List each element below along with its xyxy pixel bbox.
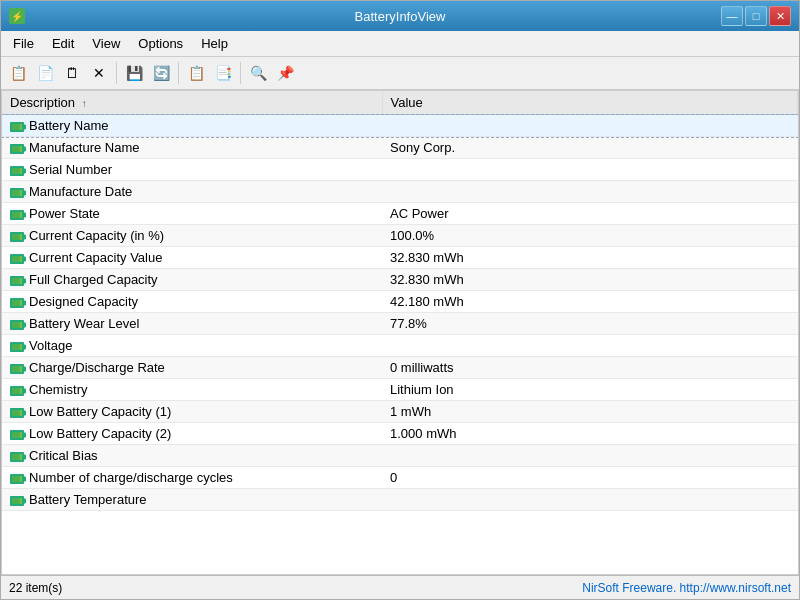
col-header-description[interactable]: Description ↑ [2,91,382,115]
value-cell: Lithium Ion [382,379,798,401]
battery-icon [10,496,24,506]
col-header-value[interactable]: Value [382,91,798,115]
battery-icon [10,254,24,264]
value-cell [382,489,798,511]
table-row[interactable]: Designed Capacity42.180 mWh [2,291,798,313]
desc-cell: Battery Wear Level [2,313,382,335]
desc-cell: Designed Capacity [2,291,382,313]
desc-text: Current Capacity (in %) [29,228,164,243]
main-window: ⚡ BatteryInfoView — □ ✕ FileEditViewOpti… [0,0,800,600]
title-bar-left: ⚡ [9,8,25,24]
properties-btn[interactable]: 📋 [5,60,31,86]
html-report-btn[interactable]: 🗒 [59,60,85,86]
table-row[interactable]: Battery Wear Level77.8% [2,313,798,335]
desc-text: Battery Wear Level [29,316,139,331]
app-icon: ⚡ [9,8,25,24]
sep2 [178,62,179,84]
content-area: Description ↑ Value Battery NameManufact… [1,90,799,575]
value-cell [382,159,798,181]
table-row[interactable]: Critical Bias [2,445,798,467]
save-btn[interactable]: 💾 [121,60,147,86]
table-row[interactable]: Charge/Discharge Rate0 milliwatts [2,357,798,379]
value-cell: Sony Corp. [382,137,798,159]
value-cell [382,445,798,467]
desc-cell: Current Capacity Value [2,247,382,269]
table-row[interactable]: Full Charged Capacity32.830 mWh [2,269,798,291]
value-cell: 1.000 mWh [382,423,798,445]
desc-text: Battery Temperature [29,492,147,507]
desc-text: Voltage [29,338,72,353]
battery-icon [10,232,24,242]
desc-text: Power State [29,206,100,221]
table-row[interactable]: Power StateAC Power [2,203,798,225]
close-button[interactable]: ✕ [769,6,791,26]
table-container[interactable]: Description ↑ Value Battery NameManufact… [2,91,798,574]
desc-text: Current Capacity Value [29,250,162,265]
sort-arrow: ↑ [82,98,87,109]
status-bar: 22 item(s) NirSoft Freeware. http://www.… [1,575,799,599]
desc-cell: Full Charged Capacity [2,269,382,291]
desc-text: Serial Number [29,162,112,177]
menu-item-edit[interactable]: Edit [44,33,82,54]
menu-item-help[interactable]: Help [193,33,236,54]
battery-icon [10,210,24,220]
desc-cell: Serial Number [2,159,382,181]
table-row[interactable]: ChemistryLithium Ion [2,379,798,401]
table-row[interactable]: Manufacture Date [2,181,798,203]
data-table: Description ↑ Value Battery NameManufact… [2,91,798,511]
desc-text: Manufacture Date [29,184,132,199]
menu-item-view[interactable]: View [84,33,128,54]
toolbar: 📋📄🗒✕💾🔄📋📑🔍📌 [1,57,799,90]
desc-cell: Critical Bias [2,445,382,467]
battery-icon [10,276,24,286]
table-row[interactable]: Current Capacity (in %)100.0% [2,225,798,247]
desc-text: Battery Name [29,118,108,133]
menu-item-options[interactable]: Options [130,33,191,54]
desc-cell: Low Battery Capacity (2) [2,423,382,445]
copy-all-btn[interactable]: 📑 [210,60,236,86]
battery-icon [10,122,24,132]
table-row[interactable]: Serial Number [2,159,798,181]
battery-icon [10,188,24,198]
sep1 [116,62,117,84]
text-report-btn[interactable]: 📄 [32,60,58,86]
table-row[interactable]: Manufacture NameSony Corp. [2,137,798,159]
desc-text: Charge/Discharge Rate [29,360,165,375]
menu-item-file[interactable]: File [5,33,42,54]
desc-text: Number of charge/discharge cycles [29,470,233,485]
battery-icon [10,144,24,154]
battery-icon [10,386,24,396]
value-cell: 77.8% [382,313,798,335]
value-cell: 0 [382,467,798,489]
battery-icon [10,474,24,484]
table-row[interactable]: Battery Temperature [2,489,798,511]
nirsoft-link[interactable]: NirSoft Freeware. http://www.nirsoft.net [582,581,791,595]
table-row[interactable]: Battery Name [2,115,798,137]
desc-cell: Power State [2,203,382,225]
table-row[interactable]: Low Battery Capacity (2)1.000 mWh [2,423,798,445]
desc-text: Full Charged Capacity [29,272,158,287]
item-count: 22 item(s) [9,581,62,595]
window-title: BatteryInfoView [0,9,800,24]
refresh-btn[interactable]: 🔄 [148,60,174,86]
value-cell: 0 milliwatts [382,357,798,379]
value-cell: 32.830 mWh [382,247,798,269]
delete-btn[interactable]: ✕ [86,60,112,86]
desc-text: Chemistry [29,382,88,397]
battery-icon [10,364,24,374]
maximize-button[interactable]: □ [745,6,767,26]
desc-cell: Battery Name [2,115,382,137]
desc-text: Manufacture Name [29,140,140,155]
table-row[interactable]: Current Capacity Value32.830 mWh [2,247,798,269]
desc-cell: Manufacture Name [2,137,382,159]
desc-cell: Chemistry [2,379,382,401]
table-row[interactable]: Voltage [2,335,798,357]
sep3 [240,62,241,84]
table-row[interactable]: Low Battery Capacity (1)1 mWh [2,401,798,423]
pin-btn[interactable]: 📌 [272,60,298,86]
copy-btn[interactable]: 📋 [183,60,209,86]
table-row[interactable]: Number of charge/discharge cycles0 [2,467,798,489]
find-btn[interactable]: 🔍 [245,60,271,86]
battery-icon [10,430,24,440]
minimize-button[interactable]: — [721,6,743,26]
